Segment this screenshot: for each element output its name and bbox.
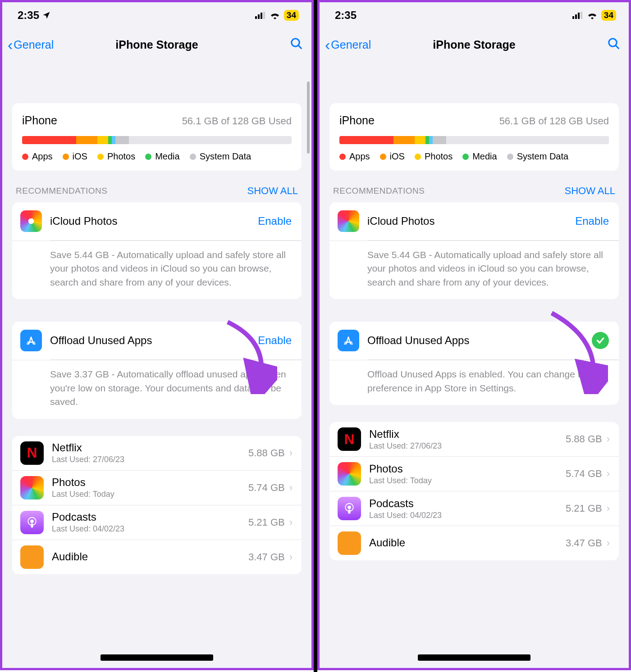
svg-rect-9 [575, 14, 577, 19]
photos-icon [338, 462, 361, 486]
svg-line-5 [298, 45, 302, 49]
icloud-photos-description: Save 5.44 GB - Automatically upload and … [12, 241, 302, 299]
netflix-icon: N [20, 441, 44, 465]
app-row-podcasts[interactable]: PodcastsLast Used: 04/02/23 5.21 GB › [329, 491, 619, 526]
redaction-bar [418, 654, 530, 661]
battery-badge: 34 [601, 10, 616, 21]
back-label: General [331, 38, 371, 51]
storage-summary-card: iPhone 56.1 GB of 128 GB Used Apps iOS P… [329, 103, 619, 171]
chevron-right-icon: › [289, 447, 293, 459]
status-time: 2:35 [335, 9, 357, 22]
enabled-check-icon [592, 332, 609, 349]
svg-point-6 [30, 519, 34, 523]
storage-summary-card: iPhone 56.1 GB of 128 GB Used Apps iOS P… [12, 103, 302, 171]
back-label: General [14, 38, 54, 51]
svg-rect-3 [263, 12, 265, 19]
svg-point-12 [609, 39, 617, 47]
netflix-icon: N [338, 427, 361, 451]
icloud-photos-description: Save 5.44 GB - Automatically upload and … [329, 241, 619, 299]
icloud-enable-button[interactable]: Enable [575, 215, 609, 227]
search-icon [607, 37, 621, 50]
svg-rect-8 [572, 16, 574, 19]
audible-icon [338, 531, 361, 555]
cellular-icon [572, 12, 583, 19]
storage-bar [22, 136, 292, 144]
svg-rect-0 [255, 16, 257, 19]
podcasts-icon [338, 497, 361, 520]
device-label: iPhone [339, 114, 375, 127]
app-row-audible[interactable]: Audible 3.47 GB › [12, 540, 302, 574]
search-button[interactable] [607, 37, 621, 52]
search-icon [290, 37, 303, 50]
status-bar: 2:35 34 [2, 2, 311, 28]
app-row-audible[interactable]: Audible 3.47 GB › [329, 526, 619, 560]
app-row-podcasts[interactable]: PodcastsLast Used: 04/02/23 5.21 GB › [12, 505, 302, 540]
icloud-photos-recommendation: iCloud Photos Enable Save 5.44 GB - Auto… [329, 202, 619, 299]
back-button[interactable]: ‹ General [325, 36, 371, 54]
offload-apps-recommendation-enabled: Offload Unused Apps Offload Unused Apps … [329, 322, 619, 405]
app-row-netflix[interactable]: N NetflixLast Used: 27/06/23 5.88 GB › [12, 436, 302, 471]
chevron-right-icon: › [289, 517, 293, 528]
icloud-photos-recommendation: iCloud Photos Enable Save 5.44 GB - Auto… [12, 202, 302, 299]
svg-rect-10 [578, 13, 580, 19]
icloud-photos-title: iCloud Photos [50, 215, 258, 227]
storage-bar [339, 136, 609, 144]
search-button[interactable] [290, 37, 303, 52]
chevron-right-icon: › [607, 503, 610, 514]
recommendations-header: RECOMMENDATIONS [333, 186, 425, 196]
device-label: iPhone [22, 114, 57, 127]
svg-rect-1 [258, 14, 260, 19]
offload-description: Save 3.37 GB - Automatically offload unu… [12, 360, 302, 418]
app-store-icon [20, 330, 42, 351]
location-icon [42, 11, 51, 20]
photos-app-icon [20, 210, 42, 232]
chevron-right-icon: › [607, 433, 610, 445]
offload-title: Offload Unused Apps [367, 334, 592, 347]
app-list: N NetflixLast Used: 27/06/23 5.88 GB › P… [329, 422, 619, 560]
wifi-icon [270, 11, 280, 19]
battery-badge: 34 [284, 10, 299, 21]
chevron-right-icon: › [289, 482, 293, 494]
show-all-button[interactable]: SHOW ALL [565, 185, 615, 197]
app-store-icon [338, 330, 359, 351]
chevron-left-icon: ‹ [325, 36, 330, 54]
chevron-left-icon: ‹ [8, 36, 13, 54]
podcasts-icon [20, 511, 44, 534]
audible-icon [20, 545, 44, 569]
scrollbar[interactable] [307, 82, 310, 154]
chevron-right-icon: › [607, 537, 610, 549]
navbar: ‹ General iPhone Storage [320, 28, 629, 61]
photos-icon [20, 476, 44, 499]
icloud-enable-button[interactable]: Enable [258, 215, 292, 227]
storage-legend: Apps iOS Photos Media System Data [339, 151, 609, 162]
storage-legend: Apps iOS Photos Media System Data [22, 151, 292, 162]
cellular-icon [255, 12, 266, 19]
wifi-icon [587, 11, 598, 19]
navbar: ‹ General iPhone Storage [2, 28, 311, 61]
back-button[interactable]: ‹ General [8, 36, 54, 54]
svg-rect-11 [581, 12, 582, 19]
show-all-button[interactable]: SHOW ALL [247, 185, 298, 197]
icloud-photos-title: iCloud Photos [367, 215, 575, 227]
chevron-right-icon: › [607, 468, 610, 480]
offload-apps-recommendation: Offload Unused Apps Enable Save 3.37 GB … [12, 322, 302, 418]
svg-rect-2 [261, 13, 262, 19]
recommendations-header: RECOMMENDATIONS [16, 186, 107, 196]
status-bar: 2:35 34 [320, 2, 629, 28]
phone-left: 2:35 34 ‹ General iPhone Storage iPhone [0, 0, 314, 670]
status-time: 2:35 [18, 9, 39, 22]
storage-used-text: 56.1 GB of 128 GB Used [182, 115, 292, 127]
app-row-netflix[interactable]: N NetflixLast Used: 27/06/23 5.88 GB › [329, 422, 619, 457]
app-list: N NetflixLast Used: 27/06/23 5.88 GB › P… [12, 436, 302, 574]
chevron-right-icon: › [289, 551, 293, 563]
storage-used-text: 56.1 GB of 128 GB Used [499, 115, 609, 127]
offload-enable-button[interactable]: Enable [258, 334, 292, 347]
photos-app-icon [338, 210, 359, 232]
app-row-photos[interactable]: PhotosLast Used: Today 5.74 GB › [12, 471, 302, 505]
app-row-photos[interactable]: PhotosLast Used: Today 5.74 GB › [329, 457, 619, 491]
svg-point-4 [292, 39, 300, 47]
offload-description: Offload Unused Apps is enabled. You can … [329, 360, 619, 405]
offload-title: Offload Unused Apps [50, 334, 258, 347]
svg-point-14 [348, 506, 351, 509]
redaction-bar [101, 654, 213, 661]
